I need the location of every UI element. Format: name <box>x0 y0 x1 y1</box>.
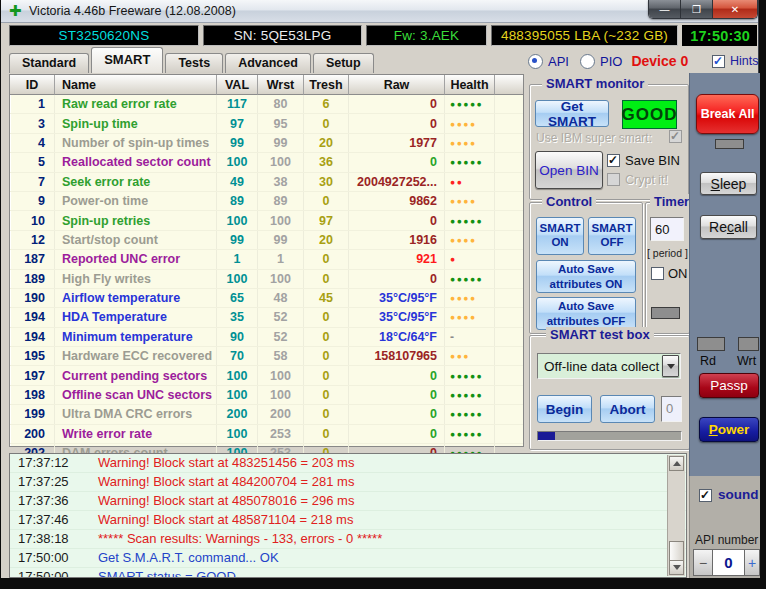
log-entry: 17:37:25Warning! Block start at 48420070… <box>10 473 686 492</box>
table-row[interactable]: 195Hardware ECC recovered70580158107965●… <box>10 347 523 366</box>
attr-id: 9 <box>10 192 55 210</box>
attr-name: Start/stop count <box>55 231 217 249</box>
table-row[interactable]: 199Ultra DMA CRC errors20020000●●●●● <box>10 405 523 424</box>
begin-button[interactable]: Begin <box>537 395 592 423</box>
attr-health: ●●●●● <box>445 366 495 384</box>
table-row[interactable]: 198Offline scan UNC sectors10010000●●●●● <box>10 386 523 405</box>
attr-wrst: 99 <box>258 231 304 249</box>
table-row[interactable]: 194HDA Temperature3552035°C/95°F●●●● <box>10 308 523 327</box>
window-title: Victoria 4.46b Freeware (12.08.2008) <box>29 4 236 18</box>
tab-standard[interactable]: Standard <box>9 53 89 73</box>
table-row[interactable]: 4Number of spin-up times9999201977●●●● <box>10 134 523 153</box>
test-box-title: SMART test box <box>546 327 654 342</box>
column-header-wrst: Wrst <box>258 75 304 95</box>
recall-button[interactable]: Recall <box>700 215 757 239</box>
attr-name: Current pending sectors <box>55 366 217 384</box>
attr-health: ●●●●● <box>445 425 495 443</box>
pio-radio[interactable] <box>580 54 595 69</box>
spinner-minus-button[interactable]: − <box>693 549 713 576</box>
attr-id: 200 <box>10 425 55 443</box>
attr-wrst: 100 <box>258 386 304 404</box>
attr-tresh: 0 <box>304 328 349 346</box>
table-row[interactable]: 9Power-on time898909862●●●● <box>10 192 523 211</box>
attr-name: Write error rate <box>55 425 217 443</box>
api-number-label: API number <box>695 533 758 547</box>
dropdown-button[interactable] <box>662 355 679 377</box>
timer-period-input[interactable]: 60 <box>650 217 684 241</box>
open-bin-button[interactable]: Open BIN <box>535 151 603 189</box>
attr-id: 197 <box>10 366 55 384</box>
health-dots-icon: ●●●● <box>450 196 477 206</box>
break-indicator <box>715 139 744 149</box>
attr-raw: 0 <box>349 425 445 443</box>
minimize-button[interactable]: — <box>649 0 681 18</box>
attr-id: 3 <box>10 114 55 132</box>
attr-val: 70 <box>217 347 258 365</box>
health-dots-icon: ●●●●● <box>450 390 483 400</box>
table-row[interactable]: 10Spin-up retries100100970●●●●● <box>10 211 523 230</box>
table-row[interactable]: 3Spin-up time979500●●●● <box>10 114 523 133</box>
health-dots-icon: ●●●●● <box>450 429 483 439</box>
hints-checkbox[interactable] <box>712 55 725 68</box>
test-select[interactable]: Off-line data collect <box>537 353 681 379</box>
attr-health: ●●●● <box>445 192 495 210</box>
attr-id: 199 <box>10 405 55 423</box>
attr-blank <box>495 173 523 191</box>
scroll-down-icon <box>673 565 681 570</box>
attr-wrst: 100 <box>258 153 304 171</box>
save-bin-checkbox[interactable] <box>607 154 620 167</box>
autosave-on-button[interactable]: Auto Save attributes ON <box>536 260 636 293</box>
attr-blank <box>495 386 523 404</box>
autosave-off-button[interactable]: Auto Save attributes OFF <box>536 297 636 330</box>
tab-setup[interactable]: Setup <box>313 53 374 73</box>
attr-health: ● <box>445 250 495 268</box>
close-button[interactable]: ✕ <box>713 0 757 18</box>
table-row[interactable]: 200Write error rate10025300●●●●● <box>10 425 523 444</box>
table-row[interactable]: 197Current pending sectors10010000●●●●● <box>10 366 523 385</box>
attr-wrst: 253 <box>258 425 304 443</box>
api-number-value[interactable]: 0 <box>713 549 744 576</box>
scroll-up-icon <box>673 461 681 466</box>
table-row[interactable]: 190Airflow temperature65484535°C/95°F●●●… <box>10 289 523 308</box>
timer-on-checkbox[interactable] <box>651 267 664 280</box>
spinner-plus-button[interactable]: + <box>744 549 760 576</box>
tab-smart[interactable]: SMART <box>91 47 163 73</box>
get-smart-button[interactable]: Get SMART <box>535 100 609 127</box>
table-row[interactable]: 1Raw read error rate1178060●●●●● <box>10 95 523 114</box>
break-all-button[interactable]: Break All <box>696 94 759 134</box>
attr-wrst: 200 <box>258 405 304 423</box>
passp-button[interactable]: Passp <box>699 373 759 398</box>
api-label: API <box>548 54 569 69</box>
attr-blank <box>495 250 523 268</box>
api-radio[interactable] <box>528 54 543 69</box>
attr-id: 195 <box>10 347 55 365</box>
drive-capacity: 488395055 LBA (~232 GB) <box>491 25 678 46</box>
device-indicator: Device 0 <box>631 53 688 69</box>
table-row[interactable]: 189High Fly writes10010000●●●●● <box>10 270 523 289</box>
table-row[interactable]: 12Start/stop count9999201916●●●● <box>10 231 523 250</box>
scroll-up-button[interactable] <box>669 456 684 471</box>
attr-name: Reallocated sector count <box>55 153 217 171</box>
health-dots-icon: ●●●●● <box>450 99 483 109</box>
attr-val: 100 <box>217 425 258 443</box>
test-counter-field[interactable]: 0 <box>661 396 682 422</box>
log-entry: 17:50:00Get S.M.A.R.T. command... OK <box>10 549 686 568</box>
wrt-indicator <box>738 337 759 351</box>
table-row[interactable]: 187Reported UNC error110921● <box>10 250 523 269</box>
health-dots-icon: ●●●●● <box>450 216 483 226</box>
abort-button[interactable]: Abort <box>600 395 655 423</box>
maximize-button[interactable]: ❐ <box>681 0 713 18</box>
sound-checkbox[interactable] <box>699 489 712 502</box>
tab-advanced[interactable]: Advanced <box>225 53 311 73</box>
tab-tests[interactable]: Tests <box>165 53 223 73</box>
table-row[interactable]: 5Reallocated sector count100100360●●●●● <box>10 153 523 172</box>
table-row[interactable]: 7Seek error rate4938302004927252...●● <box>10 173 523 192</box>
sleep-button[interactable]: Sleep <box>700 172 757 195</box>
scroll-down-button[interactable] <box>669 560 684 575</box>
smart-off-button[interactable]: SMART OFF <box>588 217 636 255</box>
smart-on-button[interactable]: SMART ON <box>536 217 584 255</box>
power-button[interactable]: Power <box>699 417 759 442</box>
attr-tresh: 0 <box>304 192 349 210</box>
table-row[interactable]: 194Minimum temperature9052018°C/64°F- <box>10 328 523 347</box>
health-dots-icon: ●●●●● <box>450 371 483 381</box>
